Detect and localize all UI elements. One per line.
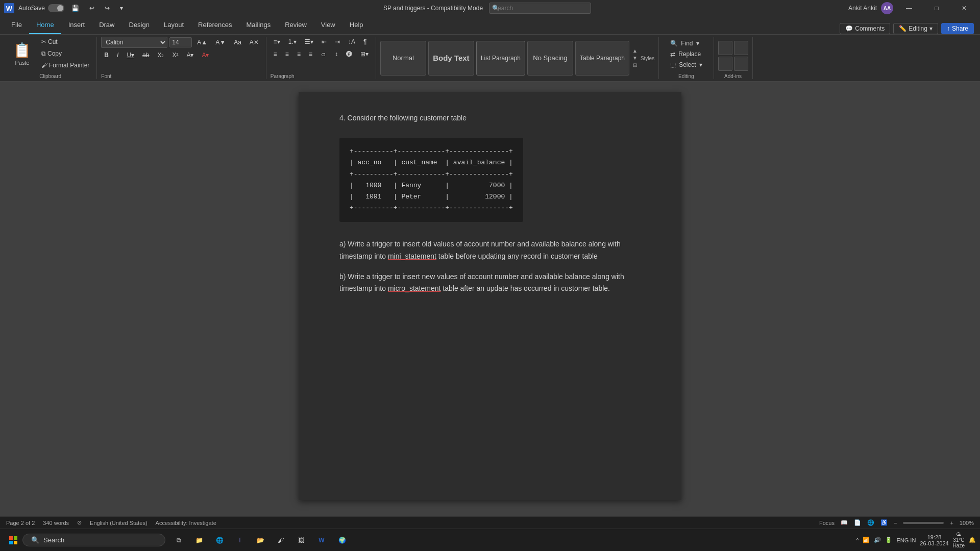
more-commands-button[interactable]: ▾: [117, 3, 126, 13]
shading-button[interactable]: 🅐: [343, 49, 355, 59]
font-decrease-button[interactable]: A▼: [212, 37, 229, 47]
file-manager-icon[interactable]: 📁: [190, 531, 208, 549]
col-layout-button[interactable]: ⫏: [317, 49, 330, 59]
bold-button[interactable]: B: [101, 50, 112, 60]
numbering-button[interactable]: 1.▾: [285, 37, 300, 47]
maximize-button[interactable]: □: [925, 0, 948, 16]
select-button[interactable]: ⬚ Select ▾: [667, 60, 705, 69]
tab-view[interactable]: View: [314, 16, 342, 34]
teams-icon[interactable]: T: [231, 531, 249, 549]
undo-button[interactable]: ↩: [86, 3, 97, 13]
gallery-icon[interactable]: 🖼: [292, 531, 310, 549]
titlebar-search-input[interactable]: [489, 3, 591, 14]
tab-review[interactable]: Review: [278, 16, 314, 34]
tab-references[interactable]: References: [191, 16, 239, 34]
change-case-button[interactable]: Aa: [231, 37, 244, 47]
superscript-button[interactable]: X²: [169, 50, 181, 60]
borders-button[interactable]: ⊞▾: [357, 49, 372, 59]
save-button[interactable]: 💾: [68, 3, 82, 13]
sort-button[interactable]: ↕A: [345, 37, 358, 47]
justify-button[interactable]: ≡: [306, 49, 315, 59]
tab-help[interactable]: Help: [342, 16, 371, 34]
tab-home[interactable]: Home: [29, 16, 61, 34]
addin-btn-3[interactable]: [718, 57, 732, 71]
word-taskbar-icon[interactable]: W: [312, 531, 331, 549]
cut-button[interactable]: ✂ Cut: [38, 37, 92, 47]
decrease-indent-button[interactable]: ⇤: [318, 37, 330, 47]
volume-icon[interactable]: 🔊: [874, 537, 881, 543]
styles-expand[interactable]: ⊟: [631, 62, 639, 69]
font-size-input[interactable]: [169, 37, 192, 47]
styles-scroll: ▲ ▼ ⊟: [631, 47, 639, 69]
battery-icon[interactable]: 🔋: [885, 537, 892, 543]
style-list-paragraph[interactable]: List Paragraph: [476, 41, 525, 76]
font-family-select[interactable]: Calibri: [101, 37, 167, 48]
tab-layout[interactable]: Layout: [157, 16, 191, 34]
taskview-button[interactable]: ⧉: [169, 531, 188, 549]
accessibility-check-icon[interactable]: ♿: [880, 519, 888, 526]
subscript-button[interactable]: X₂: [154, 50, 167, 60]
chevron-up-icon[interactable]: ^: [856, 537, 859, 543]
editing-button[interactable]: ✏️ Editing ▾: [893, 23, 938, 34]
zoom-out-button[interactable]: −: [894, 520, 897, 526]
multilevel-list-button[interactable]: ☰▾: [302, 37, 316, 47]
paste-button[interactable]: 📋 Paste: [8, 37, 36, 70]
find-button[interactable]: 🔍 Find ▾: [667, 39, 705, 48]
paragraph-label: Paragraph: [271, 71, 295, 79]
chrome-icon[interactable]: 🌍: [333, 531, 351, 549]
style-normal[interactable]: Normal: [380, 41, 426, 76]
text-highlight-button[interactable]: A▾: [183, 50, 197, 60]
increase-indent-button[interactable]: ⇥: [332, 37, 343, 47]
minimize-button[interactable]: —: [897, 0, 921, 16]
strikethrough-button[interactable]: ab: [139, 50, 152, 60]
addin-btn-4[interactable]: [734, 57, 748, 71]
addin-btn-2[interactable]: [734, 41, 748, 55]
replace-button[interactable]: ⇄ Replace: [667, 49, 705, 59]
avatar: AA: [881, 2, 893, 14]
tab-insert[interactable]: Insert: [61, 16, 92, 34]
show-para-button[interactable]: ¶: [360, 37, 370, 47]
align-right-button[interactable]: ≡: [294, 49, 304, 59]
document-container[interactable]: 4. Consider the following customer table…: [0, 82, 980, 516]
zoom-in-button[interactable]: +: [950, 520, 953, 526]
font-color-button[interactable]: A▾: [199, 50, 212, 60]
tab-design[interactable]: Design: [122, 16, 157, 34]
font-increase-button[interactable]: A▲: [194, 37, 210, 47]
zoom-slider[interactable]: [903, 522, 944, 524]
network-icon[interactable]: 📶: [863, 537, 870, 543]
underline-button[interactable]: U▾: [124, 50, 137, 60]
line-spacing-button[interactable]: ↕: [332, 49, 341, 59]
close-button[interactable]: ✕: [952, 0, 976, 16]
bullets-button[interactable]: ≡▾: [271, 37, 283, 47]
share-button[interactable]: ↑ Share: [941, 23, 974, 34]
find-replace-area: 🔍 Find ▾ ⇄ Replace ⬚ Select ▾: [663, 37, 709, 71]
tab-mailings[interactable]: Mailings: [239, 16, 278, 34]
clear-format-button[interactable]: A✕: [247, 37, 262, 47]
taskbar-search-box[interactable]: 🔍 Search: [22, 534, 165, 546]
notification-icon[interactable]: 🔔: [969, 537, 976, 543]
autosave-toggle[interactable]: off: [48, 4, 64, 12]
browser-icon-edge[interactable]: 🌐: [210, 531, 229, 549]
redo-button[interactable]: ↪: [102, 3, 113, 13]
italic-button[interactable]: I: [114, 50, 121, 60]
style-table-paragraph[interactable]: Table Paragraph: [575, 41, 629, 76]
styles-scroll-down[interactable]: ▼: [631, 55, 639, 62]
start-button[interactable]: [4, 531, 22, 549]
style-body-text[interactable]: Body Text: [428, 41, 474, 76]
focus-label[interactable]: Focus: [819, 520, 835, 526]
read-mode-icon[interactable]: 📖: [841, 519, 848, 526]
styles-scroll-up[interactable]: ▲: [631, 47, 639, 55]
paint-icon[interactable]: 🖌: [272, 531, 290, 549]
tab-draw[interactable]: Draw: [92, 16, 121, 34]
style-no-spacing[interactable]: No Spacing: [527, 41, 573, 76]
copy-button[interactable]: ⧉ Copy: [38, 48, 92, 59]
align-center-button[interactable]: ≡: [282, 49, 292, 59]
web-layout-icon[interactable]: 🌐: [867, 519, 874, 526]
align-left-button[interactable]: ≡: [271, 49, 280, 59]
files-icon[interactable]: 📂: [251, 531, 270, 549]
comments-button[interactable]: 💬 Comments: [840, 23, 890, 34]
addin-btn-1[interactable]: [718, 41, 732, 55]
format-painter-button[interactable]: 🖌 Format Painter: [38, 60, 92, 70]
tab-file[interactable]: File: [4, 16, 29, 34]
print-layout-icon[interactable]: 📄: [854, 519, 861, 526]
